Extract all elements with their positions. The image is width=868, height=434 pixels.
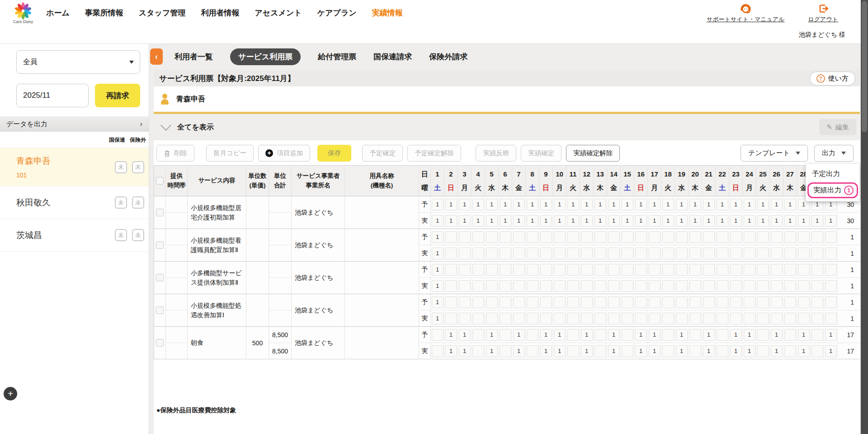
plan-day-value-26[interactable] <box>771 296 783 308</box>
actual-day-value-4[interactable] <box>472 313 484 324</box>
plan-day-value-23[interactable] <box>730 231 742 243</box>
plan-day-value-21[interactable]: 1 <box>703 199 715 210</box>
actual-day-value-16[interactable]: 1 <box>635 345 647 357</box>
plan-day-value-6[interactable]: 1 <box>500 199 511 210</box>
plan-day-value-25[interactable] <box>757 264 769 276</box>
plan-day-value-13[interactable] <box>594 329 606 341</box>
plan-day-value-27[interactable] <box>784 231 796 243</box>
plan-day-value-28[interactable] <box>798 264 810 276</box>
plan-day-value-15[interactable]: 1 <box>622 199 633 210</box>
actual-day-value-19[interactable]: 1 <box>676 345 688 357</box>
reflect-actual-button[interactable]: 実績反映 <box>476 145 516 162</box>
plan-day-value-20[interactable] <box>689 296 701 308</box>
actual-day-value-9[interactable]: 1 <box>540 215 552 227</box>
actual-day-value-22[interactable] <box>717 248 728 259</box>
actual-day-value-13[interactable] <box>594 280 606 292</box>
actual-day-value-5[interactable] <box>486 280 498 292</box>
support-link[interactable]: サポートサイト・マニュアル <box>707 2 784 24</box>
actual-day-value-26[interactable] <box>771 248 783 259</box>
plan-day-value-10[interactable]: 1 <box>554 329 566 341</box>
actual-day-value-23[interactable] <box>730 313 742 324</box>
actual-day-value-1[interactable]: 1 <box>432 215 443 227</box>
actual-day-value-27[interactable]: 1 <box>784 215 796 227</box>
row-checkbox[interactable] <box>156 209 164 216</box>
plan-day-value-23[interactable]: 1 <box>730 329 742 341</box>
actual-day-value-20[interactable] <box>689 248 701 259</box>
plan-day-value-8[interactable] <box>527 296 538 308</box>
actual-day-value-24[interactable] <box>744 313 755 324</box>
plan-day-value-1[interactable] <box>432 329 443 341</box>
user-filter-select[interactable]: 全員 <box>16 50 140 74</box>
actual-day-value-4[interactable]: 1 <box>472 215 484 227</box>
plan-day-value-9[interactable] <box>540 296 552 308</box>
actual-day-value-17[interactable]: 1 <box>649 215 660 227</box>
actual-day-value-22[interactable] <box>717 313 728 324</box>
actual-day-value-18[interactable]: 1 <box>662 215 674 227</box>
actual-day-value-2[interactable]: 1 <box>445 215 457 227</box>
actual-day-value-26[interactable] <box>771 280 783 292</box>
plan-day-value-14[interactable]: 1 <box>608 329 620 341</box>
plan-day-value-6[interactable] <box>500 264 511 276</box>
plan-day-value-8[interactable] <box>527 231 538 243</box>
actual-day-value-17[interactable]: 1 <box>649 345 660 357</box>
plan-day-value-26[interactable] <box>771 264 783 276</box>
plan-day-value-22[interactable] <box>717 231 728 243</box>
plan-day-value-16[interactable]: 1 <box>635 329 647 341</box>
actual-day-value-6[interactable] <box>500 345 511 357</box>
template-dropdown-button[interactable]: テンプレート <box>741 145 808 162</box>
actual-day-value-29[interactable] <box>811 345 823 357</box>
actual-day-value-3[interactable] <box>459 313 471 324</box>
delete-button[interactable]: 削除 <box>156 145 194 162</box>
plan-day-value-7[interactable] <box>513 231 525 243</box>
plan-day-value-20[interactable]: 1 <box>689 199 701 210</box>
plan-day-value-10[interactable] <box>554 296 566 308</box>
plan-day-value-3[interactable] <box>459 264 471 276</box>
plan-day-value-21[interactable] <box>703 264 715 276</box>
plan-day-value-27[interactable] <box>784 329 796 341</box>
actual-day-value-2[interactable]: 1 <box>445 345 457 357</box>
actual-day-value-6[interactable] <box>500 248 511 259</box>
plan-day-value-25[interactable]: 1 <box>757 199 769 210</box>
plan-day-value-21[interactable]: 1 <box>703 329 715 341</box>
plan-day-value-24[interactable] <box>744 264 755 276</box>
plan-day-value-19[interactable]: 1 <box>676 329 688 341</box>
plan-day-value-5[interactable] <box>486 231 498 243</box>
confirm-actual-button[interactable]: 実績確定 <box>521 145 561 162</box>
plan-day-value-22[interactable]: 1 <box>717 199 728 210</box>
actual-day-value-10[interactable] <box>554 248 566 259</box>
actual-day-value-24[interactable]: 1 <box>744 215 755 227</box>
plan-day-value-6[interactable] <box>500 296 511 308</box>
plan-day-value-10[interactable] <box>554 264 566 276</box>
actual-day-value-15[interactable] <box>622 345 633 357</box>
actual-day-value-14[interactable] <box>608 280 620 292</box>
actual-day-value-30[interactable]: 1 <box>825 345 837 357</box>
plan-day-value-2[interactable] <box>445 264 457 276</box>
actual-day-value-2[interactable] <box>445 313 457 324</box>
actual-day-value-7[interactable] <box>513 248 525 259</box>
actual-day-value-30[interactable] <box>825 248 837 259</box>
plan-day-value-25[interactable] <box>757 329 769 341</box>
plan-day-value-12[interactable] <box>581 264 593 276</box>
plan-day-value-2[interactable] <box>445 296 457 308</box>
actual-day-value-12[interactable]: 1 <box>581 215 593 227</box>
actual-day-value-24[interactable]: 1 <box>744 345 755 357</box>
plan-day-value-21[interactable] <box>703 231 715 243</box>
actual-day-value-24[interactable] <box>744 248 755 259</box>
actual-day-value-9[interactable] <box>540 280 552 292</box>
plan-day-value-24[interactable]: 1 <box>744 329 755 341</box>
actual-day-value-5[interactable] <box>486 313 498 324</box>
plan-day-value-2[interactable] <box>445 231 457 243</box>
add-user-button[interactable]: + <box>4 387 17 401</box>
actual-day-value-29[interactable]: 1 <box>811 215 823 227</box>
actual-day-value-22[interactable]: 1 <box>717 215 728 227</box>
actual-day-value-10[interactable] <box>554 280 566 292</box>
actual-day-value-18[interactable] <box>662 345 674 357</box>
actual-day-value-28[interactable] <box>798 248 810 259</box>
actual-day-value-15[interactable]: 1 <box>622 215 633 227</box>
actual-day-value-1[interactable] <box>432 345 443 357</box>
plan-day-value-4[interactable] <box>472 296 484 308</box>
actual-day-value-30[interactable]: 1 <box>825 215 837 227</box>
plan-day-value-15[interactable] <box>622 231 633 243</box>
plan-day-value-29[interactable] <box>811 231 823 243</box>
actual-day-value-28[interactable] <box>798 280 810 292</box>
